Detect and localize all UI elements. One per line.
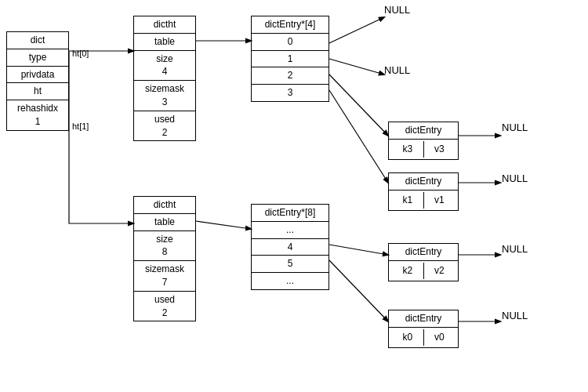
arrow-array0-1-null bbox=[329, 59, 384, 74]
dictht1-used: used2 bbox=[134, 292, 195, 321]
array0-2: 2 bbox=[252, 67, 328, 85]
dictht0-table: table bbox=[134, 34, 195, 51]
array1-dots2: ... bbox=[252, 273, 328, 289]
null-label-5: NULL bbox=[502, 243, 528, 255]
array0-header: dictEntry*[4] bbox=[252, 16, 328, 34]
k2-cell: k2 bbox=[392, 263, 424, 279]
entry-k2v2: dictEntry k2 v2 bbox=[388, 243, 459, 281]
entry-k2v2-kv: k2 v2 bbox=[389, 261, 458, 281]
array0-3: 3 bbox=[252, 85, 328, 101]
dictht1-size: size8 bbox=[134, 231, 195, 262]
dictht0-sizemask: sizemask3 bbox=[134, 81, 195, 111]
entry-k0v0-header: dictEntry bbox=[389, 310, 458, 328]
v2-cell: v2 bbox=[424, 263, 456, 279]
null-label-3: NULL bbox=[502, 122, 528, 133]
arrow-array0-0-null bbox=[329, 17, 384, 43]
arrow-array0-2-k3v3 bbox=[329, 74, 388, 136]
null-label-6: NULL bbox=[502, 310, 528, 321]
k1-cell: k1 bbox=[392, 192, 424, 209]
array1-4: 4 bbox=[252, 239, 328, 256]
diagram: dict type privdata ht rehashidx1 ht[0] h… bbox=[0, 0, 588, 392]
entry-k1v1-kv: k1 v1 bbox=[389, 191, 458, 210]
entry-k2v2-header: dictEntry bbox=[389, 244, 458, 261]
null-label-1: NULL bbox=[384, 4, 410, 16]
dict-cell-dict: dict bbox=[7, 32, 68, 49]
dictht0-header: dictht bbox=[134, 16, 195, 34]
arrow-ht1-table-to-array1 bbox=[196, 221, 251, 229]
entry-k3v3-kv: k3 v3 bbox=[389, 140, 458, 159]
null-label-4: NULL bbox=[502, 172, 528, 184]
dict-cell-rehashidx: rehashidx1 bbox=[7, 100, 68, 130]
array1-dots1: ... bbox=[252, 222, 328, 239]
entry-k0v0-kv: k0 v0 bbox=[389, 328, 458, 347]
arrow-dict-to-ht1 bbox=[69, 82, 133, 223]
entry-k1v1: dictEntry k1 v1 bbox=[388, 172, 459, 211]
arrow-array1-5-k0v0 bbox=[329, 260, 388, 321]
array0-0: 0 bbox=[252, 34, 328, 51]
dictht1-table: table bbox=[134, 214, 195, 231]
dict-box: dict type privdata ht rehashidx1 bbox=[6, 31, 69, 131]
ht1-label: ht[1] bbox=[72, 122, 89, 131]
entry-k3v3: dictEntry k3 v3 bbox=[388, 122, 459, 160]
entry-k3v3-header: dictEntry bbox=[389, 122, 458, 140]
dictht1-sizemask: sizemask7 bbox=[134, 261, 195, 292]
dict-cell-privdata: privdata bbox=[7, 67, 68, 84]
arrow-array0-3-k1v1 bbox=[329, 90, 388, 183]
arrow-array1-4-k2v2 bbox=[329, 245, 388, 255]
k0-cell: k0 bbox=[392, 329, 424, 346]
k3-cell: k3 bbox=[392, 141, 424, 158]
v1-cell: v1 bbox=[424, 192, 456, 209]
v3-cell: v3 bbox=[424, 141, 456, 158]
v0-cell: v0 bbox=[424, 329, 456, 346]
entry-k1v1-header: dictEntry bbox=[389, 173, 458, 191]
dict-cell-ht: ht bbox=[7, 83, 68, 100]
dictht1-box: dictht table size8 sizemask7 used2 bbox=[133, 196, 196, 321]
array0-1: 1 bbox=[252, 51, 328, 68]
dict-cell-type: type bbox=[7, 49, 68, 67]
array0-box: dictEntry*[4] 0 1 2 3 bbox=[251, 16, 329, 102]
dictht0-used: used2 bbox=[134, 111, 195, 141]
null-label-2: NULL bbox=[384, 64, 410, 76]
dictht1-header: dictht bbox=[134, 197, 195, 214]
ht0-label: ht[0] bbox=[72, 49, 89, 58]
array1-5: 5 bbox=[252, 256, 328, 273]
array1-header: dictEntry*[8] bbox=[252, 205, 328, 222]
entry-k0v0: dictEntry k0 v0 bbox=[388, 310, 459, 348]
array1-box: dictEntry*[8] ... 4 5 ... bbox=[251, 204, 329, 290]
dictht0-size: size4 bbox=[134, 51, 195, 82]
dictht0-box: dictht table size4 sizemask3 used2 bbox=[133, 16, 196, 141]
